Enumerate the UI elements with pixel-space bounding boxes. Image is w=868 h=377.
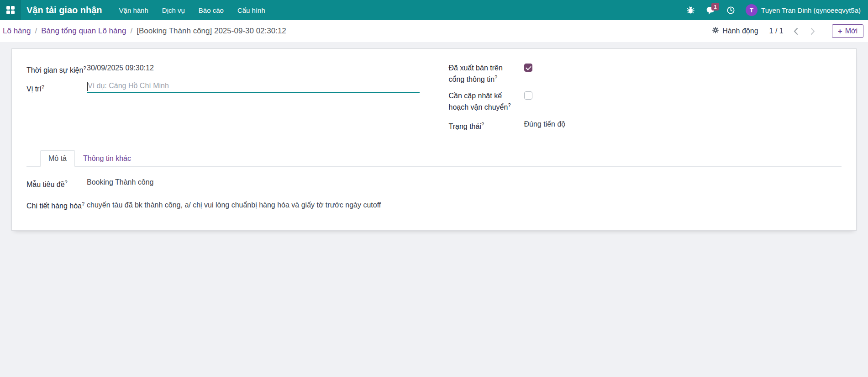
help-marker: ? <box>65 180 68 185</box>
field-row-published: Đã xuất bản trên cổng thông tin? <box>449 63 842 84</box>
menu-item-dich-vu[interactable]: Dịch vụ <box>155 1 192 20</box>
messages-icon[interactable]: 1 <box>703 2 718 18</box>
new-record-button[interactable]: + Mới <box>832 24 863 38</box>
location-label: Vị trí? <box>26 81 87 94</box>
status-value[interactable]: Đúng tiến độ <box>524 119 566 129</box>
breadcrumb: Lô hàng / Bảng tổng quan Lô hàng / [Book… <box>3 27 286 36</box>
cargo-detail-label: Chi tiết hàng hóa? <box>26 198 87 211</box>
form-sheet: Thời gian sự kiện? 30/09/2025 09:30:12 V… <box>11 48 857 231</box>
field-row-event-time: Thời gian sự kiện? 30/09/2025 09:30:12 <box>26 63 420 75</box>
title-template-value[interactable]: Booking Thành công <box>87 177 153 187</box>
field-row-status: Trạng thái? Đúng tiến độ <box>449 119 842 131</box>
main-content: Thời gian sự kiện? 30/09/2025 09:30:12 V… <box>0 42 868 231</box>
need-update-checkbox[interactable] <box>524 91 532 100</box>
breadcrumb-link-lo-hang[interactable]: Lô hàng <box>3 27 31 36</box>
field-row-need-update: Cần cập nhật kế hoạch vận chuyển? <box>449 90 842 112</box>
breadcrumb-separator: / <box>35 27 37 36</box>
event-time-value[interactable]: 30/09/2025 09:30:12 <box>87 63 154 73</box>
field-row-title-template: Mẫu tiêu đề? Booking Thành công <box>26 177 842 189</box>
need-update-label: Cần cập nhật kế hoạch vận chuyển? <box>449 90 524 112</box>
tab-bar: Mô tả Thông tin khác <box>26 150 842 167</box>
debug-bug-icon[interactable] <box>683 2 698 18</box>
help-marker: ? <box>83 65 86 71</box>
control-panel-actions: Hành động 1 / 1 + Mới <box>712 24 863 38</box>
top-navbar: Vận tải giao nhận Vận hành Dịch vụ Báo c… <box>0 0 868 20</box>
gear-icon <box>712 27 719 36</box>
field-row-location: Vị trí? <box>26 81 420 94</box>
activities-clock-icon[interactable] <box>723 2 738 18</box>
apps-grid-icon <box>6 6 15 14</box>
help-marker: ? <box>508 102 510 108</box>
user-menu[interactable]: T Tuyen Tran Dinh (qynoeeqvyt5a) <box>743 4 863 16</box>
action-menu-label: Hành động <box>722 27 758 35</box>
user-name-label: Tuyen Tran Dinh (qynoeeqvyt5a) <box>761 6 861 14</box>
status-label: Trạng thái? <box>449 119 524 131</box>
breadcrumb-current-record: [Booking Thành công] 2025-09-30 02:30:12 <box>137 27 286 36</box>
published-label: Đã xuất bản trên cổng thông tin? <box>449 63 524 84</box>
cargo-detail-value[interactable]: chuyến tàu đã bk thành công, a/ chị vui … <box>87 198 381 210</box>
event-time-label: Thời gian sự kiện? <box>26 63 87 75</box>
location-input-wrap <box>87 81 420 93</box>
title-template-label: Mẫu tiêu đề? <box>26 177 87 189</box>
app-brand-title[interactable]: Vận tải giao nhận <box>26 5 102 16</box>
tab-thong-tin-khac[interactable]: Thông tin khác <box>75 150 139 167</box>
help-marker: ? <box>481 122 484 127</box>
breadcrumb-separator: / <box>130 27 132 36</box>
help-marker: ? <box>494 74 497 80</box>
apps-menu-button[interactable] <box>0 0 21 20</box>
menu-item-cau-hinh[interactable]: Cấu hình <box>231 1 272 20</box>
pager-previous-icon[interactable] <box>791 25 801 37</box>
help-marker: ? <box>42 84 44 90</box>
action-menu-button[interactable]: Hành động <box>712 27 758 36</box>
menu-item-bao-cao[interactable]: Báo cáo <box>192 1 231 20</box>
text-caret <box>87 82 88 91</box>
pager-next-icon[interactable] <box>808 25 818 37</box>
notebook: Mô tả Thông tin khác Mẫu tiêu đề? Bookin… <box>26 150 842 211</box>
control-panel: Lô hàng / Bảng tổng quan Lô hàng / [Book… <box>0 20 868 42</box>
pager-counter: 1 / 1 <box>769 27 784 35</box>
plus-icon: + <box>838 27 842 35</box>
location-input[interactable] <box>87 81 420 93</box>
help-marker: ? <box>82 201 84 207</box>
new-button-label: Mới <box>845 27 857 35</box>
field-row-cargo-detail: Chi tiết hàng hóa? chuyến tàu đã bk thàn… <box>26 198 842 211</box>
navbar-systray: 1 T Tuyen Tran Dinh (qynoeeqvyt5a) <box>683 2 868 18</box>
main-menu: Vận hành Dịch vụ Báo cáo Cấu hình <box>112 1 272 20</box>
form-right-column: Đã xuất bản trên cổng thông tin? Cần cập… <box>449 63 842 138</box>
tab-mo-ta[interactable]: Mô tả <box>40 150 75 167</box>
tab-content-mo-ta: Mẫu tiêu đề? Booking Thành công Chi tiết… <box>26 167 842 211</box>
messages-count-badge: 1 <box>711 3 719 11</box>
menu-item-van-hanh[interactable]: Vận hành <box>112 1 155 20</box>
breadcrumb-link-dashboard[interactable]: Bảng tổng quan Lô hàng <box>41 27 126 36</box>
user-avatar: T <box>746 4 758 16</box>
form-left-column: Thời gian sự kiện? 30/09/2025 09:30:12 V… <box>26 63 420 138</box>
published-checkbox[interactable] <box>524 64 532 72</box>
